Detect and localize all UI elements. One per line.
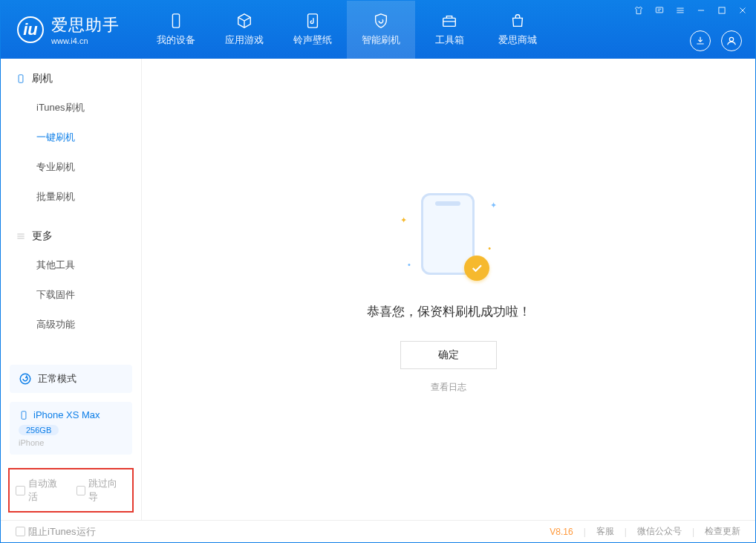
svg-point-7 (20, 374, 30, 384)
checkbox-icon (16, 527, 25, 536)
svg-rect-2 (443, 18, 456, 26)
phone-icon (168, 13, 184, 29)
refresh-icon (19, 372, 32, 386)
nav-label: 我的设备 (157, 33, 195, 47)
version-label: V8.16 (550, 527, 573, 537)
nav-label: 应用游戏 (225, 33, 264, 47)
success-illustration: ✦ ✦ • • (400, 186, 497, 282)
footer-link-wechat[interactable]: 微信公众号 (637, 525, 682, 538)
nav-label: 铃声壁纸 (293, 33, 332, 47)
svg-rect-1 (308, 14, 318, 27)
footer: 阻止iTunes运行 V8.16 | 客服 | 微信公众号 | 检查更新 (1, 520, 755, 542)
menu-icon[interactable] (674, 4, 687, 17)
checkbox-icon (16, 486, 25, 495)
app-url: www.i4.cn (51, 36, 120, 45)
sidebar-item-other[interactable]: 其他工具 (1, 250, 141, 280)
nav-label: 工具箱 (435, 33, 464, 47)
download-icon[interactable] (690, 30, 711, 51)
sidebar-header-label: 刷机 (32, 72, 53, 85)
separator: | (692, 527, 694, 537)
device-name-row: iPhone XS Max (19, 409, 123, 420)
svg-point-5 (729, 37, 733, 41)
sidebar-item-oneclick[interactable]: 一键刷机 (1, 123, 141, 152)
sparkle-icon: • (408, 260, 411, 269)
nav: 我的设备 应用游戏 铃声壁纸 智能刷机 工具箱 爱思商城 (142, 1, 552, 59)
list-icon (16, 231, 26, 241)
main-content: ✦ ✦ • • 恭喜您，保资料刷机成功啦！ 确定 查看日志 (142, 59, 755, 520)
music-file-icon (304, 13, 321, 29)
sidebar-header-flash: 刷机 (1, 72, 141, 93)
options-highlight-box: 自动激活 跳过向导 (8, 468, 134, 513)
checkbox-label: 自动激活 (28, 477, 66, 504)
checkbox-block-itunes[interactable]: 阻止iTunes运行 (16, 525, 96, 539)
header-actions (690, 30, 742, 51)
sparkle-icon: ✦ (490, 201, 497, 210)
toolbox-icon (441, 13, 457, 29)
maximize-icon[interactable] (715, 4, 729, 17)
nav-smart-flash[interactable]: 智能刷机 (347, 1, 415, 59)
app-logo-icon: iu (17, 16, 44, 43)
view-log-link[interactable]: 查看日志 (431, 381, 466, 394)
sidebar-section-flash: 刷机 iTunes刷机 一键刷机 专业刷机 批量刷机 (1, 59, 141, 216)
nav-store[interactable]: 爱思商城 (483, 1, 552, 59)
checkbox-icon (76, 486, 86, 495)
sidebar: 刷机 iTunes刷机 一键刷机 专业刷机 批量刷机 更多 其他工具 下载固件 … (1, 59, 142, 520)
shirt-icon[interactable] (632, 4, 645, 17)
feedback-icon[interactable] (653, 4, 666, 17)
bag-icon (509, 13, 526, 29)
shield-refresh-icon (373, 13, 389, 29)
footer-link-cs[interactable]: 客服 (596, 525, 614, 538)
nav-ringtone[interactable]: 铃声壁纸 (278, 1, 347, 59)
sidebar-item-firmware[interactable]: 下载固件 (1, 280, 141, 310)
device-type: iPhone (19, 438, 123, 447)
nav-toolbox[interactable]: 工具箱 (415, 1, 483, 59)
checkbox-label: 阻止iTunes运行 (28, 525, 96, 539)
sparkle-icon: ✦ (400, 215, 407, 225)
svg-rect-6 (19, 75, 23, 83)
nav-my-device[interactable]: 我的设备 (142, 1, 210, 59)
check-badge-icon (464, 256, 489, 281)
sidebar-item-batch[interactable]: 批量刷机 (1, 182, 141, 212)
user-icon[interactable] (721, 30, 742, 51)
minimize-icon[interactable] (694, 4, 708, 17)
sidebar-header-label: 更多 (32, 230, 53, 243)
header: iu 爱思助手 www.i4.cn 我的设备 应用游戏 铃声壁纸 智能刷机 工具… (1, 1, 755, 59)
separator: | (625, 527, 627, 537)
phone-small-icon (16, 74, 26, 84)
svg-rect-4 (719, 7, 725, 13)
nav-label: 爱思商城 (498, 33, 537, 47)
window-controls (632, 4, 749, 17)
svg-rect-0 (172, 14, 179, 27)
nav-apps[interactable]: 应用游戏 (210, 1, 278, 59)
cube-icon (236, 13, 252, 29)
sidebar-item-pro[interactable]: 专业刷机 (1, 152, 141, 182)
ok-button[interactable]: 确定 (400, 341, 497, 369)
nav-label: 智能刷机 (362, 33, 400, 47)
logo-area: iu 爱思助手 www.i4.cn (1, 1, 142, 59)
sparkle-icon: • (488, 244, 491, 253)
device-card[interactable]: iPhone XS Max 256GB iPhone (10, 402, 132, 455)
mode-panel[interactable]: 正常模式 (10, 365, 132, 393)
sidebar-item-advanced[interactable]: 高级功能 (1, 310, 141, 339)
device-icon (19, 410, 29, 420)
footer-right: V8.16 | 客服 | 微信公众号 | 检查更新 (550, 525, 740, 538)
device-capacity: 256GB (19, 425, 59, 435)
separator: | (584, 527, 586, 537)
logo-text: 爱思助手 www.i4.cn (51, 14, 120, 45)
success-message: 恭喜您，保资料刷机成功啦！ (367, 303, 531, 320)
checkbox-label: 跳过向导 (88, 477, 126, 504)
svg-rect-3 (656, 7, 662, 13)
footer-link-update[interactable]: 检查更新 (705, 525, 740, 538)
mode-label: 正常模式 (38, 372, 76, 386)
svg-rect-8 (22, 411, 26, 419)
checkbox-skip-wizard[interactable]: 跳过向导 (76, 477, 127, 504)
sidebar-header-more: 更多 (1, 230, 141, 250)
sidebar-section-more: 更多 其他工具 下载固件 高级功能 (1, 216, 141, 344)
checkbox-auto-activate[interactable]: 自动激活 (16, 477, 66, 504)
body: 刷机 iTunes刷机 一键刷机 专业刷机 批量刷机 更多 其他工具 下载固件 … (1, 59, 755, 520)
device-name: iPhone XS Max (33, 409, 100, 420)
app-name: 爱思助手 (51, 14, 120, 36)
sidebar-item-itunes[interactable]: iTunes刷机 (1, 93, 141, 123)
close-icon[interactable] (736, 4, 749, 17)
